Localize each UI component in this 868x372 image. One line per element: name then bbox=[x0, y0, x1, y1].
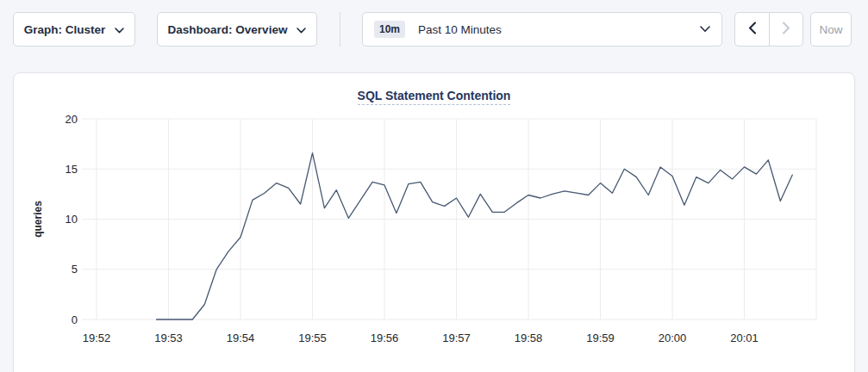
time-window-badge: 10m bbox=[374, 21, 405, 38]
x-tick-label: 19:57 bbox=[442, 332, 471, 344]
y-axis-title: queries bbox=[32, 201, 44, 238]
now-button-label: Now bbox=[819, 23, 842, 36]
prev-time-button[interactable] bbox=[735, 13, 769, 46]
x-tick-label: 20:01 bbox=[730, 332, 759, 344]
time-step-buttons bbox=[734, 12, 803, 46]
x-tick-label: 19:56 bbox=[371, 332, 399, 344]
chevron-right-icon bbox=[782, 22, 790, 37]
next-time-button[interactable] bbox=[769, 13, 802, 46]
chart-title[interactable]: SQL Statement Contention bbox=[358, 89, 511, 105]
chart-panel: SQL Statement Contention 0510152019:5219… bbox=[13, 72, 855, 372]
toolbar: Graph: Cluster Dashboard: Overview 10m P… bbox=[0, 0, 868, 46]
y-tick-label: 15 bbox=[66, 163, 78, 176]
graph-dropdown[interactable]: Graph: Cluster bbox=[13, 12, 135, 46]
chart-grid bbox=[82, 119, 816, 319]
dashboard-dropdown-label: Dashboard: Overview bbox=[168, 23, 288, 36]
y-tick-label: 20 bbox=[66, 113, 78, 126]
toolbar-divider bbox=[340, 12, 340, 46]
y-tick-label: 5 bbox=[72, 263, 78, 276]
sql-statement-contention-chart[interactable]: 0510152019:5219:5319:5419:5519:5619:5719… bbox=[14, 106, 854, 364]
y-tick-label: 0 bbox=[72, 313, 78, 326]
chevron-down-icon bbox=[297, 23, 306, 36]
x-tick-label: 19:59 bbox=[586, 332, 615, 344]
series-line-queries bbox=[157, 153, 793, 319]
now-button[interactable]: Now bbox=[810, 12, 852, 46]
chevron-down-icon bbox=[115, 23, 124, 36]
x-tick-label: 19:54 bbox=[227, 332, 255, 344]
dashboard-dropdown[interactable]: Dashboard: Overview bbox=[157, 12, 317, 46]
time-window-label: Past 10 Minutes bbox=[418, 23, 502, 36]
chart-title-row: SQL Statement Contention bbox=[14, 73, 854, 105]
x-tick-label: 19:58 bbox=[515, 332, 543, 344]
chevron-down-icon bbox=[700, 26, 710, 33]
chevron-left-icon bbox=[748, 22, 757, 37]
x-tick-label: 20:00 bbox=[659, 332, 687, 344]
y-tick-label: 10 bbox=[66, 213, 78, 226]
graph-dropdown-label: Graph: Cluster bbox=[24, 23, 106, 36]
x-tick-label: 19:55 bbox=[298, 332, 327, 344]
x-tick-label: 19:52 bbox=[83, 332, 111, 344]
time-range-picker[interactable]: 10m Past 10 Minutes bbox=[362, 12, 722, 46]
chart-axis-labels: 0510152019:5219:5319:5419:5519:5619:5719… bbox=[66, 113, 759, 345]
x-tick-label: 19:53 bbox=[154, 332, 183, 344]
